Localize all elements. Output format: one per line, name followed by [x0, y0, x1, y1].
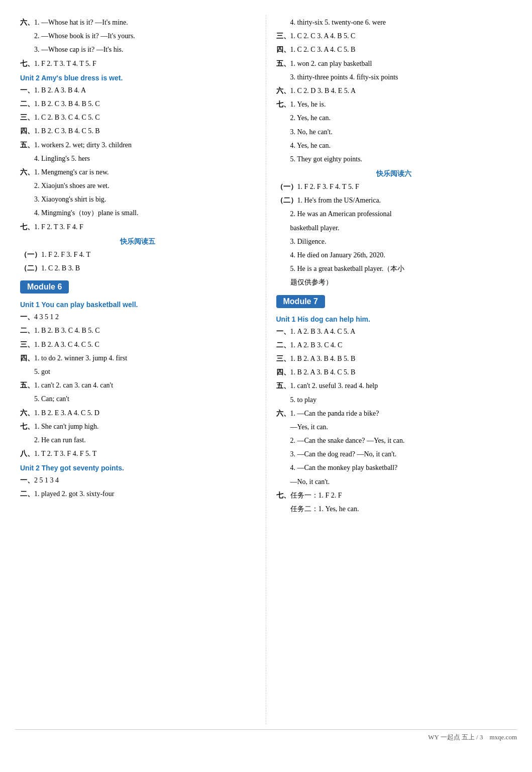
answer-line: 四、1. C 2. C 3. A 4. C 5. B [276, 43, 512, 56]
answer-label: （二） [276, 197, 297, 204]
answer-text: 1. B 2. E 3. A 4. C 5. D [34, 409, 99, 417]
answer-label: 七、 [276, 492, 290, 499]
answer-line: 三、1. C 2. C 3. A 4. B 5. C [276, 30, 512, 42]
answer-line: 一、1. B 2. A 3. B 4. A [20, 84, 256, 96]
section-title: 快乐阅读五 [20, 237, 256, 246]
col-right: 4. thirty-six 5. twenty-one 6. were三、1. … [266, 15, 517, 724]
answer-line: 五、1. can't 2. useful 3. read 4. help [276, 379, 512, 392]
answer-line: （二）1. He's from the US/America. [276, 194, 512, 207]
answer-line: 5. They got eighty points. [276, 153, 512, 165]
answer-text: 1. —Can the panda ride a bike? [290, 410, 379, 417]
answer-text: 1. C 2. C 3. A 4. C 5. B [290, 46, 356, 53]
answer-line: 七、1. She can't jump high. [20, 420, 256, 433]
answer-block: （一）1. F 2. F 3. F 4. T 5. F（二）1. He's fr… [276, 180, 512, 289]
unit-title: Unit 1 You can play basketball well. [20, 301, 256, 309]
answer-line: （二）1. C 2. B 3. B [20, 262, 256, 274]
answer-label: 二、 [276, 341, 290, 349]
answer-line: 八、1. T 2. T 3. F 4. F 5. T [20, 447, 256, 460]
answer-label: 五、 [276, 382, 290, 390]
answer-text: 1. workers 2. wet; dirty 3. children [34, 141, 132, 149]
answer-text: 1. B 2. C 3. B 4. C 5. B [34, 127, 100, 135]
answer-line: 四、1. to do 2. winner 3. jump 4. first [20, 352, 256, 364]
answer-text: 任务二：1. Yes, he can. [290, 505, 359, 513]
answer-text: 1. T 2. T 3. F 4. F 5. T [34, 450, 96, 457]
answer-text: 1. can't 2. useful 3. read 4. help [290, 382, 378, 390]
answer-text: 2. —Whose book is it? —It's yours. [34, 32, 135, 40]
answer-text: 1. He's from the US/America. [297, 197, 381, 204]
answer-label: 一、 [20, 313, 34, 321]
answer-text: 1. A 2. B 3. C 4. C [290, 341, 343, 349]
answer-text: 1. F 2. T 3. T 4. T 5. F [34, 60, 96, 67]
answer-line: 三、1. B 2. A 3. B 4. B 5. B [276, 352, 512, 365]
answer-line: 5. to play [276, 394, 512, 406]
answer-text: 5. They got eighty points. [290, 155, 363, 163]
answer-text: 2. Yes, he can. [290, 114, 331, 122]
answer-line: 2. Xiaojun's shoes are wet. [20, 179, 256, 192]
watermark: mxqe.com [489, 733, 517, 741]
answer-line: 五、1. can't 2. can 3. can 4. can't [20, 379, 256, 392]
answer-line: 七、1. F 2. T 3. F 4. F [20, 221, 256, 233]
answer-text: 1. B 2. B 3. C 4. B 5. C [34, 327, 100, 334]
answer-line: 七、1. F 2. T 3. T 4. T 5. F [20, 57, 256, 70]
answer-label: 六、 [276, 87, 290, 94]
answer-text: 3. —Whose cap is it? —It's his. [34, 46, 124, 53]
answer-text: 5. to play [290, 396, 317, 404]
answer-text: 题仅供参考） [290, 278, 333, 286]
answer-line: 六、1. C 2. D 3. B 4. E 5. A [276, 84, 512, 97]
answer-text: 2 5 1 3 4 [34, 476, 59, 484]
answer-text: 1. She can't jump high. [34, 423, 99, 430]
answer-line: 题仅供参考） [276, 276, 512, 288]
answer-text: 1. Mengmeng's car is new. [34, 168, 109, 176]
answer-block: 一、2 5 1 3 4二、1. played 2. got 3. sixty-f… [20, 474, 256, 500]
answer-line: 二、1. B 2. B 3. C 4. B 5. C [20, 324, 256, 337]
answer-line: 4. Mingming's（toy）plane is small. [20, 207, 256, 219]
unit-title: Unit 2 They got seventy points. [20, 464, 256, 472]
answer-label: 五、 [276, 60, 290, 67]
answer-label: 六、 [276, 410, 290, 417]
answer-line: 2. —Whose book is it? —It's yours. [20, 30, 256, 42]
footer: WY 一起点 五上 / 3 mxqe.com [15, 729, 517, 742]
answer-line: 3. —Can the dog read? —No, it can't. [276, 448, 512, 460]
answer-label: 四、 [20, 127, 34, 135]
section-title: 快乐阅读六 [276, 169, 512, 178]
unit-title: Unit 2 Amy's blue dress is wet. [20, 74, 256, 82]
answer-line: 二、1. A 2. B 3. C 4. C [276, 339, 512, 351]
answer-text: 2. He can run fast. [34, 436, 86, 444]
answer-label: 四、 [276, 368, 290, 376]
answer-line: 四、1. B 2. C 3. B 4. C 5. B [20, 125, 256, 137]
page: 六、1. —Whose hat is it? —It's mine.2. —Wh… [0, 0, 532, 772]
answer-label: 四、 [276, 46, 290, 53]
answer-line: 一、4 3 5 1 2 [20, 311, 256, 323]
answer-label: 三、 [276, 355, 290, 362]
answer-text: basketball player. [290, 224, 340, 232]
answer-line: 4. He died on January 26th, 2020. [276, 249, 512, 261]
columns: 六、1. —Whose hat is it? —It's mine.2. —Wh… [15, 15, 517, 724]
answer-text: 4. Lingling's 5. hers [34, 155, 90, 162]
answer-label: 二、 [20, 327, 34, 334]
answer-label: 一、 [20, 476, 34, 484]
answer-text: 4. —Can the monkey play basketball? [290, 464, 398, 471]
answer-line: 3. —Whose cap is it? —It's his. [20, 43, 256, 56]
answer-text: 4. He died on January 26th, 2020. [290, 251, 385, 259]
answer-line: 4. Lingling's 5. hers [20, 152, 256, 165]
answer-text: 1. B 2. A 3. B 4. B 5. B [290, 355, 356, 362]
answer-line: 六、1. —Whose hat is it? —It's mine. [20, 16, 256, 29]
answer-text: 3. Diligence. [290, 238, 327, 245]
answer-text: 3. —Can the dog read? —No, it can't. [290, 450, 397, 458]
answer-text: 1. Yes, he is. [290, 101, 326, 108]
answer-text: 1. B 2. C 3. B 4. B 5. C [34, 100, 100, 108]
answer-label: （二） [20, 264, 41, 272]
answer-label: 六、 [20, 409, 34, 417]
answer-block: 一、4 3 5 1 2二、1. B 2. B 3. C 4. B 5. C三、1… [20, 311, 256, 460]
answer-line: 4. —Can the monkey play basketball? [276, 461, 512, 474]
answer-line: 四、1. B 2. A 3. B 4. C 5. B [276, 366, 512, 378]
answer-text: 1. to do 2. winner 3. jump 4. first [34, 354, 127, 362]
answer-line: 任务二：1. Yes, he can. [276, 503, 512, 515]
answer-line: 3. No, he can't. [276, 126, 512, 138]
answer-line: 五、1. workers 2. wet; dirty 3. children [20, 139, 256, 151]
answer-line: basketball player. [276, 222, 512, 234]
answer-line: —No, it can't. [276, 475, 512, 488]
answer-line: 五、1. won 2. can play basketball [276, 57, 512, 70]
answer-text: 1. A 2. B 3. A 4. C 5. A [290, 328, 356, 335]
answer-label: 七、 [20, 423, 34, 430]
